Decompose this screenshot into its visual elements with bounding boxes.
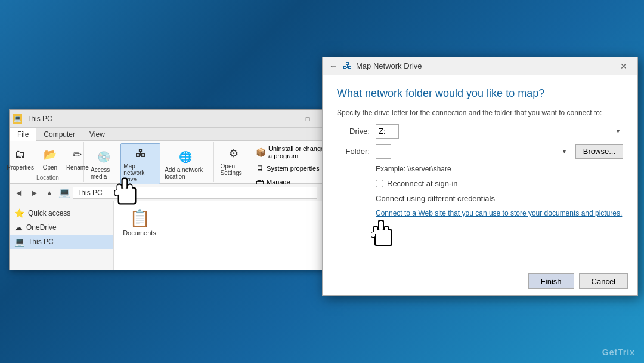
maximize-button[interactable]: □ [300, 113, 315, 125]
map-network-drive-icon: 🖧 [132, 145, 149, 162]
dialog-close-button[interactable]: ✕ [615, 59, 633, 73]
sidebar-item-onedrive[interactable]: ☁ OneDrive [10, 220, 113, 235]
address-input[interactable]: This PC [73, 187, 317, 199]
properties-button[interactable]: 🗂 Properties [4, 144, 37, 173]
example-text: Example: \\server\share [376, 165, 623, 173]
open-settings-button[interactable]: ⚙ Open Settings [218, 143, 250, 178]
explorer-content: ⭐ Quick access ☁ OneDrive 💻 This PC 📋 Do… [10, 201, 335, 270]
reconnect-label[interactable]: Reconnect at sign-in [387, 179, 458, 188]
system-properties-icon: 🖥 [256, 164, 264, 173]
main-content: 📋 Documents [114, 201, 335, 270]
address-bar: ◀ ▶ ▲ 💻 This PC ▼ [10, 184, 335, 201]
browse-button[interactable]: Browse... [575, 144, 623, 159]
location-group-label: Location [36, 173, 59, 181]
dialog-icon: 🖧 [343, 61, 352, 72]
ribbon-group-location: 🗂 Properties 📂 Open ✏ Rename Location [12, 142, 84, 182]
dialog-body: What network folder would you like to ma… [323, 75, 637, 267]
drive-label: Drive: [337, 127, 370, 136]
credentials-text: Connect using different credentials [376, 194, 495, 203]
reconnect-checkbox[interactable] [376, 180, 383, 187]
tab-computer[interactable]: Computer [36, 128, 82, 140]
dialog-footer: Finish Cancel [323, 267, 637, 295]
dialog-titlebar: ← 🖧 Map Network Drive ✕ [323, 57, 637, 75]
onedrive-icon: ☁ [14, 223, 23, 232]
access-media-button[interactable]: 💿 Access media [88, 147, 119, 182]
add-network-location-button[interactable]: 🌐 Add a network location [162, 147, 209, 182]
watermark: GetTrix [602, 347, 635, 357]
open-icon: 📂 [42, 146, 58, 163]
system-properties-button[interactable]: 🖥 System properties [253, 162, 329, 175]
location-buttons: 🗂 Properties 📂 Open ✏ Rename [4, 143, 91, 173]
finish-button[interactable]: Finish [528, 273, 574, 289]
access-media-icon: 💿 [95, 149, 112, 165]
right-system-items: 📦 Uninstall or change a program 🖥 System… [253, 143, 329, 189]
explorer-window-icon: 💻 [13, 114, 22, 124]
drive-select[interactable]: Z: Y: X: [376, 124, 399, 139]
explorer-window-title: This PC [24, 115, 281, 123]
network-buttons: 💿 Access media 🖧 Map network drive 🌐 Add… [88, 143, 210, 184]
dialog-heading: What network folder would you like to ma… [337, 87, 623, 100]
credentials-row: Connect using different credentials [376, 194, 623, 203]
dialog-subtext: Specify the drive letter for the connect… [337, 108, 623, 118]
reconnect-row: Reconnect at sign-in [376, 179, 623, 188]
folder-label: Folder: [337, 147, 370, 156]
rename-icon: ✏ [69, 146, 86, 163]
ribbon-group-network: 💿 Access media 🖧 Map network drive 🌐 Add… [84, 142, 214, 182]
sidebar-item-thispc[interactable]: 💻 This PC [10, 235, 113, 249]
quickaccess-icon: ⭐ [14, 208, 24, 218]
drive-select-wrapper: Z: Y: X: [376, 124, 623, 139]
drive-row: Drive: Z: Y: X: [337, 124, 623, 139]
folder-select[interactable] [376, 144, 391, 159]
dialog-title: Map Network Drive [356, 61, 615, 70]
file-item-documents[interactable]: 📋 Documents [119, 206, 160, 239]
ribbon-content: 🗂 Properties 📂 Open ✏ Rename Location [10, 141, 335, 184]
tab-file[interactable]: File [10, 128, 36, 141]
system-buttons: ⚙ Open Settings 📦 Uninstall or change a … [218, 143, 329, 189]
ribbon-tabs: File Computer View [10, 128, 335, 141]
breadcrumb-icon: 💻 [58, 187, 70, 198]
dialog-back-button[interactable]: ← [327, 60, 339, 72]
cancel-button[interactable]: Cancel [579, 273, 628, 289]
add-network-location-icon: 🌐 [177, 149, 194, 165]
tab-view[interactable]: View [82, 128, 112, 140]
forward-button[interactable]: ▶ [27, 186, 41, 199]
dialog-map-network-drive: ← 🖧 Map Network Drive ✕ What network fol… [322, 57, 638, 296]
properties-icon: 🗂 [12, 146, 29, 163]
folder-row: Folder: Browse... [337, 144, 623, 159]
ribbon: File Computer View 🗂 Properties 📂 Open [10, 128, 335, 184]
minimize-button[interactable]: ─ [283, 113, 299, 125]
map-network-drive-button[interactable]: 🖧 Map network drive [120, 143, 160, 184]
explorer-window: 💻 This PC ─ □ ✕ File Computer View 🗂 Pro… [9, 109, 336, 270]
open-settings-icon: ⚙ [225, 145, 242, 162]
open-button[interactable]: 📂 Open [38, 144, 62, 173]
uninstall-icon: 📦 [256, 147, 266, 157]
back-button[interactable]: ◀ [12, 186, 25, 199]
ribbon-group-system: ⚙ Open Settings 📦 Uninstall or change a … [214, 142, 333, 182]
up-button[interactable]: ▲ [43, 186, 56, 199]
uninstall-button[interactable]: 📦 Uninstall or change a program [253, 143, 329, 161]
sidebar: ⭐ Quick access ☁ OneDrive 💻 This PC [10, 201, 114, 270]
explorer-titlebar: 💻 This PC ─ □ ✕ [10, 110, 335, 128]
documents-icon: 📋 [129, 208, 150, 228]
folder-select-wrapper [376, 144, 569, 159]
thispc-icon: 💻 [14, 237, 24, 247]
connect-website-link[interactable]: Connect to a Web site that you can use t… [376, 209, 623, 217]
sidebar-item-quickaccess[interactable]: ⭐ Quick access [10, 206, 113, 220]
